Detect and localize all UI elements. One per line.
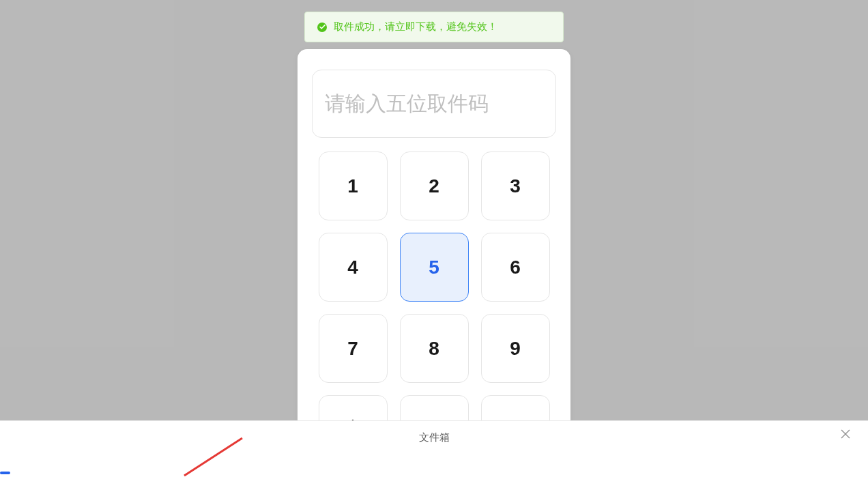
close-button[interactable]: [840, 430, 851, 441]
key-6[interactable]: 6: [481, 233, 550, 302]
sheet-title: 文件箱: [419, 431, 450, 444]
main-overlay: 取件成功，请立即下载，避免失效！ 请输入五位取件码 1 2 3 4 5 6 7 …: [0, 0, 868, 420]
key-3[interactable]: 3: [481, 151, 550, 220]
key-5[interactable]: 5: [400, 233, 469, 302]
key-9[interactable]: 9: [481, 314, 550, 383]
key-7[interactable]: 7: [319, 314, 388, 383]
file-box-sheet: 文件箱: [0, 420, 868, 477]
check-circle-icon: [317, 23, 327, 32]
input-placeholder: 请输入五位取件码: [325, 90, 489, 118]
keypad-card: 请输入五位取件码 1 2 3 4 5 6 7 8 9 0: [298, 49, 570, 477]
code-input[interactable]: 请输入五位取件码: [312, 70, 556, 138]
key-2[interactable]: 2: [400, 151, 469, 220]
toast-message: 取件成功，请立即下载，避免失效！: [334, 20, 497, 33]
numeric-keypad: 1 2 3 4 5 6 7 8 9 0: [311, 151, 557, 464]
close-icon: [841, 429, 850, 442]
success-toast: 取件成功，请立即下载，避免失效！: [304, 12, 564, 42]
key-4[interactable]: 4: [319, 233, 388, 302]
key-1[interactable]: 1: [319, 151, 388, 220]
sheet-header: 文件箱: [0, 421, 868, 448]
key-8[interactable]: 8: [400, 314, 469, 383]
progress-indicator: [0, 472, 10, 474]
